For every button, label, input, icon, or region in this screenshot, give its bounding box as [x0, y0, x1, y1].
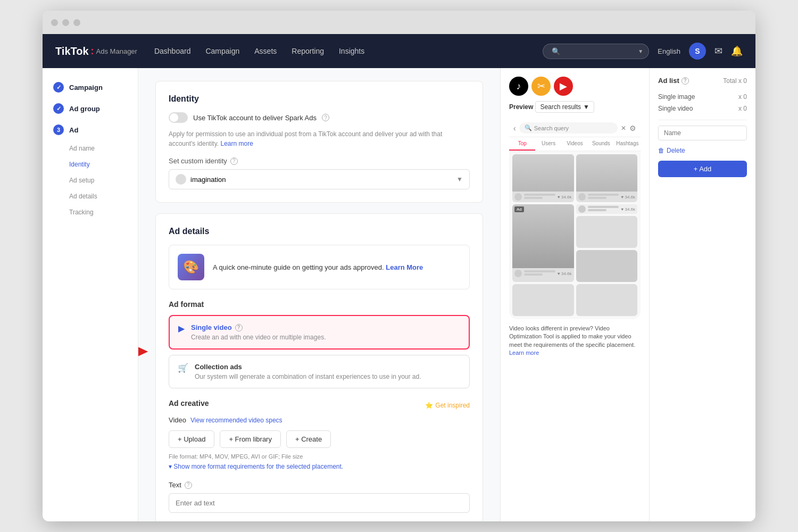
phone-mockup: ‹ 🔍 Search query ✕ ⚙ Top Users Videos So…	[509, 119, 641, 319]
nav-assets[interactable]: Assets	[254, 45, 277, 57]
ad-card: Ad ♥ 34.6k	[512, 204, 574, 282]
from-library-btn[interactable]: + From library	[220, 430, 281, 448]
side-line-1b	[588, 209, 606, 211]
phone-tab-sounds[interactable]: Sounds	[588, 137, 614, 151]
spark-ads-toggle[interactable]	[169, 112, 188, 123]
nav-campaign[interactable]: Campaign	[205, 45, 239, 57]
adlist-row-single-image: Single image x 0	[658, 91, 747, 103]
adlist-count-single-video: x 0	[738, 105, 747, 112]
banner-learn-more[interactable]: Learn More	[386, 263, 423, 271]
sidebar-item-campaign[interactable]: ✓ Campaign	[43, 77, 138, 98]
identity-section: Identity Use TikTok account to deliver S…	[155, 81, 483, 203]
avatar[interactable]: S	[689, 43, 706, 60]
nav-insights[interactable]: Insights	[339, 45, 364, 57]
delete-btn[interactable]: 🗑 Delete	[658, 147, 747, 154]
preview-label: Preview	[509, 103, 533, 111]
thumb-row-2	[512, 284, 637, 316]
logo-colon: :	[91, 46, 94, 57]
preview-panel: ♪ ✂ ▶ Preview Search results ▼ ‹ 🔍 Searc…	[500, 68, 649, 521]
upload-btn[interactable]: + Upload	[169, 430, 214, 448]
learn-more-link[interactable]: Learn more	[220, 140, 253, 147]
mail-icon[interactable]: ✉	[714, 45, 722, 57]
video-btn-group: + Upload + From library + Create	[169, 430, 470, 448]
clear-icon[interactable]: ✕	[621, 124, 626, 132]
phone-tab-videos[interactable]: Videos	[562, 137, 588, 151]
ad-badge: Ad	[514, 206, 524, 212]
search-icon: 🔍	[552, 47, 560, 55]
adlist-help-icon[interactable]: ?	[681, 77, 689, 85]
sidebar-sub-tracking[interactable]: Tracking	[43, 204, 138, 220]
thumb-line-1a	[524, 194, 555, 196]
search-icon: 🔍	[525, 124, 532, 131]
video-specs-link[interactable]: View recommended video specs	[190, 417, 282, 424]
adlist-label-single-image: Single image	[658, 93, 695, 101]
side-line-1a	[588, 206, 619, 208]
info-banner-icon: 🎨	[178, 254, 204, 280]
thumb-meta-1: ♥ 34.6k	[512, 192, 574, 202]
title-bar	[43, 11, 755, 34]
select-field-inner: imagination	[176, 174, 452, 185]
custom-identity-help-icon[interactable]: ?	[230, 157, 238, 165]
adlist-header: Ad list ? Total x 0	[658, 77, 747, 85]
phone-tab-users[interactable]: Users	[535, 137, 561, 151]
nav-search-input[interactable]	[564, 47, 634, 55]
back-icon[interactable]: ‹	[513, 124, 516, 132]
text-help-icon[interactable]: ?	[185, 481, 192, 489]
ad-details-section: Ad details 🎨 A quick one-minute guide on…	[155, 213, 483, 521]
language-selector[interactable]: English	[658, 47, 680, 55]
create-btn[interactable]: + Create	[286, 430, 331, 448]
filter-icon[interactable]: ⚙	[629, 124, 636, 132]
sidebar-item-adgroup[interactable]: ✓ Ad group	[43, 98, 138, 119]
phone-search-bar: ‹ 🔍 Search query ✕ ⚙	[509, 119, 641, 137]
info-banner: 🎨 A quick one-minute guide on getting yo…	[169, 245, 470, 289]
nav-reporting[interactable]: Reporting	[292, 45, 324, 57]
thumb-small-2	[576, 284, 638, 316]
search-query-text: Search query	[534, 125, 569, 131]
adlist-name-input[interactable]	[658, 126, 747, 140]
traffic-light-maximize[interactable]	[73, 19, 80, 26]
traffic-light-minimize[interactable]	[62, 19, 69, 26]
side-cards: ♥ 34.6k	[576, 204, 638, 282]
preview-learn-more[interactable]: Learn more	[509, 350, 539, 356]
thumb-row-1: ♥ 34.6k ♥ 34.6k	[512, 154, 637, 202]
phone-content: ♥ 34.6k ♥ 34.6k	[509, 151, 641, 319]
format-single-video[interactable]: ▶ Single video ? Create an ad with one v…	[169, 315, 470, 350]
thumb-line-2a	[588, 194, 619, 196]
sidebar-sub-adsetup[interactable]: Ad setup	[43, 172, 138, 188]
phone-search-field[interactable]: 🔍 Search query	[519, 122, 618, 134]
nav-links: Dashboard Campaign Assets Reporting Insi…	[154, 45, 526, 57]
get-inspired-btn[interactable]: ⭐ Get inspired	[425, 402, 470, 409]
sidebar-item-ad[interactable]: 3 Ad	[43, 119, 138, 140]
show-more-link[interactable]: ▾ Show more format requirements for the …	[169, 463, 470, 470]
collection-ads-desc: Our system will generate a combination o…	[195, 373, 461, 380]
sidebar-sub-addetails[interactable]: Ad details	[43, 188, 138, 204]
thumb-meta-2: ♥ 34.6k	[576, 192, 638, 202]
thumb-card-1: ♥ 34.6k	[512, 154, 574, 202]
ad-text-input[interactable]	[169, 493, 470, 513]
spark-ads-desc: Apply for permission to use an individua…	[169, 129, 470, 148]
sidebar-sub-adname[interactable]: Ad name	[43, 140, 138, 156]
side-dot-1	[578, 205, 586, 213]
thumb-dot-1	[514, 193, 522, 201]
custom-identity-label: Set custom identity ?	[169, 157, 470, 165]
trash-icon: 🗑	[658, 147, 664, 154]
add-btn[interactable]: + Add	[658, 161, 747, 177]
adlist-label-single-video: Single video	[658, 105, 693, 112]
phone-tab-top[interactable]: Top	[509, 137, 535, 151]
nav-dashboard[interactable]: Dashboard	[154, 45, 191, 57]
identity-title: Identity	[169, 94, 470, 104]
nav-search-bar[interactable]: 🔍 ▼	[543, 44, 649, 59]
custom-identity-select[interactable]: imagination ▼	[169, 169, 470, 189]
sidebar-sub-identity[interactable]: Identity	[43, 156, 138, 172]
ad-creative-wrapper: Ad creative ⭐ Get inspired Video View re…	[169, 399, 470, 513]
spark-ads-help-icon[interactable]: ?	[322, 114, 329, 121]
phone-tab-hashtags[interactable]: Hashtags	[614, 137, 641, 151]
traffic-light-close[interactable]	[51, 19, 58, 26]
bell-icon[interactable]: 🔔	[731, 45, 743, 57]
text-label: Text ?	[169, 481, 470, 489]
preview-search-results-dropdown[interactable]: Search results ▼	[535, 101, 594, 113]
adlist-row-single-video: Single video x 0	[658, 103, 747, 114]
side-img-2	[576, 250, 638, 282]
single-video-help[interactable]: ?	[235, 324, 243, 331]
format-collection-ads[interactable]: 🛒 Collection ads Our system will generat…	[169, 355, 470, 388]
